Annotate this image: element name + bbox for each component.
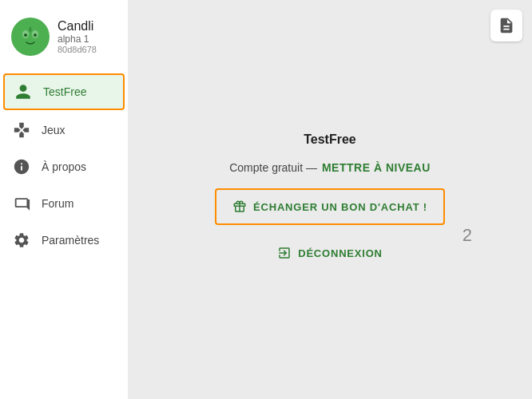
sidebar-item-jeux-label: Jeux xyxy=(42,124,66,136)
sidebar-item-testfree-label: TestFree xyxy=(43,85,86,98)
forum-icon xyxy=(13,195,30,212)
exchange-button[interactable]: ÉCHANGER UN BON D'ACHAT ! xyxy=(215,188,445,225)
upgrade-link[interactable]: METTRE À NIVEAU xyxy=(322,161,431,174)
sidebar-item-forum-label: Forum xyxy=(42,197,73,210)
brand-id: 80d8d678 xyxy=(58,45,97,54)
user-icon xyxy=(14,83,32,101)
center-card: TestFree Compte gratuit — METTRE À NIVEA… xyxy=(215,132,445,267)
disconnect-label: DÉCONNEXION xyxy=(298,247,383,259)
sidebar-item-apropos[interactable]: À propos xyxy=(0,148,128,185)
card-title: TestFree xyxy=(304,132,356,147)
main-content: TestFree Compte gratuit — METTRE À NIVEA… xyxy=(128,0,532,399)
sidebar-item-parametres[interactable]: Paramètres xyxy=(0,222,128,259)
step-2-badge: 2 xyxy=(463,225,472,246)
settings-icon xyxy=(13,231,30,249)
sidebar-item-testfree[interactable]: TestFree 1 xyxy=(3,73,125,110)
app-logo xyxy=(11,18,50,56)
sidebar: Candli alpha 1 80d8d678 TestFree 1 Jeux xyxy=(0,0,128,399)
gift-icon xyxy=(232,200,247,214)
exchange-button-label: ÉCHANGER UN BON D'ACHAT ! xyxy=(253,201,427,213)
svg-point-4 xyxy=(34,34,37,37)
brand-subtitle: alpha 1 xyxy=(58,34,97,45)
disconnect-button[interactable]: DÉCONNEXION xyxy=(264,239,395,267)
sidebar-nav: TestFree 1 Jeux À propos xyxy=(0,72,128,259)
logo-svg xyxy=(15,22,46,52)
brand-name: Candli xyxy=(58,19,97,34)
brand-info: Candli alpha 1 80d8d678 xyxy=(58,19,97,54)
docs-icon xyxy=(498,17,515,34)
sidebar-item-apropos-label: À propos xyxy=(42,160,86,173)
sidebar-item-parametres-label: Paramètres xyxy=(42,234,99,247)
logout-icon xyxy=(277,246,292,260)
account-label: Compte gratuit — xyxy=(229,161,317,174)
games-icon xyxy=(13,121,30,139)
info-icon xyxy=(13,158,30,176)
svg-point-3 xyxy=(24,34,27,37)
sidebar-item-jeux[interactable]: Jeux xyxy=(0,112,128,148)
account-line: Compte gratuit — METTRE À NIVEAU xyxy=(229,161,431,174)
sidebar-item-forum[interactable]: Forum xyxy=(0,185,128,222)
docs-button[interactable] xyxy=(490,10,522,41)
sidebar-header: Candli alpha 1 80d8d678 xyxy=(0,8,128,69)
